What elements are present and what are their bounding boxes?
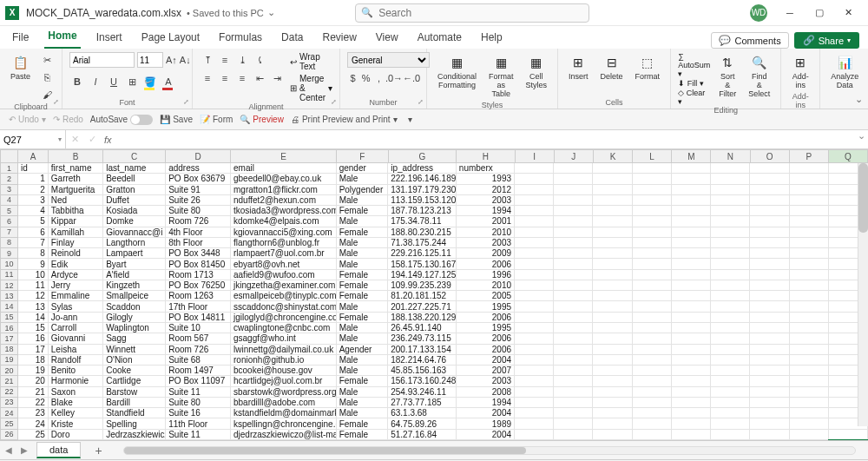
orientation-button[interactable]: ⤹ <box>252 52 267 68</box>
cell-N17[interactable] <box>711 333 750 344</box>
cell-J11[interactable] <box>554 270 593 280</box>
sort-filter-button[interactable]: ⇅Sort & Filter <box>715 52 740 101</box>
cell-N18[interactable] <box>711 345 750 355</box>
cell-E26[interactable]: djedrzaszkiewiczo@list-mana <box>231 430 337 440</box>
cell-N13[interactable] <box>711 291 750 301</box>
cell-A26[interactable]: 25 <box>18 430 49 440</box>
cell-J19[interactable] <box>554 355 593 366</box>
cell-C17[interactable]: Sagg <box>103 333 166 344</box>
row-header-4[interactable]: 4 <box>0 195 18 206</box>
cell-A9[interactable]: 8 <box>18 248 49 259</box>
cell-C18[interactable]: Winnett <box>103 345 166 355</box>
cell-N26[interactable] <box>711 430 750 440</box>
cell-I19[interactable] <box>515 355 554 366</box>
cell-G18[interactable]: 200.17.133.154 <box>388 345 457 355</box>
cell-G7[interactable]: 188.80.230.215 <box>388 227 457 238</box>
cell-L21[interactable] <box>633 376 672 386</box>
cell-A17[interactable]: 16 <box>18 333 49 344</box>
cell-H3[interactable]: 2012 <box>457 185 515 195</box>
cell-A21[interactable]: 20 <box>18 376 49 386</box>
cell-A13[interactable]: 12 <box>18 291 49 301</box>
cell-M17[interactable] <box>672 333 711 344</box>
cell-L18[interactable] <box>633 345 672 355</box>
font-name-input[interactable] <box>69 52 135 68</box>
cell-H9[interactable]: 2009 <box>457 248 515 259</box>
row-header-6[interactable]: 6 <box>0 216 18 227</box>
cell-J25[interactable] <box>554 418 593 429</box>
name-box[interactable]: ▾ <box>0 130 66 148</box>
cell-F14[interactable]: Male <box>337 301 389 312</box>
column-header-B[interactable]: B <box>49 149 103 163</box>
cell-K19[interactable] <box>593 355 632 366</box>
row-header-23[interactable]: 23 <box>0 398 18 408</box>
cell-A15[interactable]: 14 <box>18 313 49 323</box>
cell-A12[interactable]: 11 <box>18 280 49 291</box>
cell-O20[interactable] <box>750 366 789 376</box>
cell-O8[interactable] <box>750 238 789 248</box>
cell-I3[interactable] <box>515 185 554 195</box>
cell-H8[interactable]: 2003 <box>457 238 515 248</box>
cell-L15[interactable] <box>633 313 672 323</box>
column-header-K[interactable]: K <box>594 149 633 163</box>
cell-B7[interactable]: Kamillah <box>49 227 103 238</box>
cell-D4[interactable]: Suite 26 <box>166 195 231 206</box>
cell-B1[interactable]: first_name <box>49 163 103 174</box>
cell-E3[interactable]: mgratton1@flickr.com <box>231 185 337 195</box>
cell-G20[interactable]: 45.85.156.163 <box>388 366 457 376</box>
cell-I7[interactable] <box>515 227 554 238</box>
cell-O24[interactable] <box>750 408 789 418</box>
add-sheet-button[interactable]: + <box>89 444 107 458</box>
cell-M16[interactable] <box>672 323 711 333</box>
row-header-25[interactable]: 25 <box>0 418 18 429</box>
cell-J2[interactable] <box>554 174 593 184</box>
cell-H6[interactable]: 2001 <box>457 216 515 227</box>
cell-J22[interactable] <box>554 387 593 398</box>
cell-A20[interactable]: 19 <box>18 366 49 376</box>
cell-L1[interactable] <box>633 163 672 174</box>
cell-B26[interactable]: Doro <box>49 430 103 440</box>
cell-K24[interactable] <box>593 408 632 418</box>
delete-cells-button[interactable]: ⊟Delete <box>597 52 627 83</box>
autosave-switch[interactable] <box>130 115 153 125</box>
row-header-16[interactable]: 16 <box>0 323 18 333</box>
cell-P21[interactable] <box>790 376 829 386</box>
cell-M25[interactable] <box>672 418 711 429</box>
minimize-button[interactable]: ─ <box>783 8 797 18</box>
cell-P23[interactable] <box>790 398 829 408</box>
cell-K15[interactable] <box>593 313 632 323</box>
cell-N5[interactable] <box>711 206 750 216</box>
cell-E6[interactable]: kdomke4@elpais.com <box>231 216 337 227</box>
percent-format-button[interactable]: % <box>360 70 372 86</box>
cell-P11[interactable] <box>790 270 829 280</box>
cell-C3[interactable]: Gratton <box>103 185 166 195</box>
cell-K10[interactable] <box>593 259 632 269</box>
horizontal-scroll-thumb[interactable] <box>124 447 526 454</box>
cell-C13[interactable]: Smallpeice <box>103 291 166 301</box>
cell-C22[interactable]: Barstow <box>103 387 166 398</box>
save-button[interactable]: 💾 Save <box>160 115 193 124</box>
tab-view[interactable]: View <box>372 28 402 49</box>
cell-P14[interactable] <box>790 301 829 312</box>
cell-C1[interactable]: last_name <box>103 163 166 174</box>
cell-B23[interactable]: Blake <box>49 398 103 408</box>
cell-M22[interactable] <box>672 387 711 398</box>
column-header-E[interactable]: E <box>231 149 337 163</box>
cell-A7[interactable]: 6 <box>18 227 49 238</box>
row-header-10[interactable]: 10 <box>0 259 18 269</box>
cell-B16[interactable]: Carroll <box>49 323 103 333</box>
column-header-A[interactable]: A <box>18 149 49 163</box>
cell-N4[interactable] <box>711 195 750 206</box>
cell-E22[interactable]: sbarstowk@wordpress.org <box>231 387 337 398</box>
cell-D17[interactable]: Room 567 <box>166 333 231 344</box>
cell-B21[interactable]: Harmonie <box>49 376 103 386</box>
row-header-12[interactable]: 12 <box>0 280 18 291</box>
cell-P19[interactable] <box>790 355 829 366</box>
cell-L24[interactable] <box>633 408 672 418</box>
cell-O17[interactable] <box>750 333 789 344</box>
cell-C11[interactable]: A'field <box>103 270 166 280</box>
cell-E25[interactable]: kspellingn@chroncengine.com <box>231 418 337 429</box>
row-header-20[interactable]: 20 <box>0 366 18 376</box>
cell-H25[interactable]: 1989 <box>457 418 515 429</box>
cell-K16[interactable] <box>593 323 632 333</box>
cell-P17[interactable] <box>790 333 829 344</box>
